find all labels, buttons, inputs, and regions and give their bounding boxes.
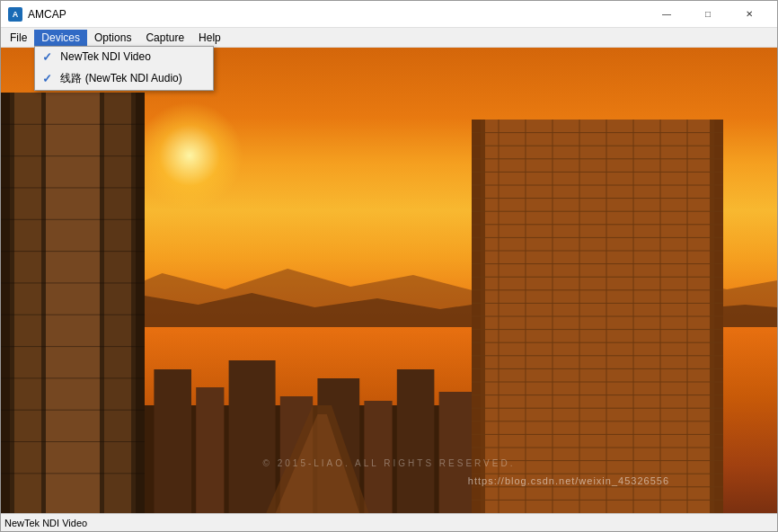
title-bar: A AMCAP — □ ✕ — [1, 1, 777, 28]
svg-rect-66 — [397, 369, 435, 513]
svg-rect-60 — [154, 369, 191, 513]
app-icon: A — [8, 7, 22, 22]
building-right — [472, 120, 723, 513]
watermark-url: https://blog.csdn.net/weixin_45326556 — [468, 475, 669, 486]
checkmark-video: ✓ — [42, 50, 57, 64]
sun-glow — [136, 102, 243, 209]
minimize-button[interactable]: — — [646, 1, 687, 28]
window-title: AMCAP — [28, 8, 646, 21]
checkmark-audio: ✓ — [42, 72, 57, 85]
maximize-button[interactable]: □ — [687, 1, 729, 28]
building-left — [1, 93, 145, 513]
main-content: https://blog.csdn.net/weixin_45326556 © … — [1, 48, 777, 513]
menu-capture[interactable]: Capture — [138, 30, 191, 46]
device-newtek-video[interactable]: ✓ NewTek NDI Video — [35, 47, 213, 67]
svg-rect-61 — [196, 387, 224, 513]
app-window: A AMCAP — □ ✕ File Devices ✓ NewTek NDI … — [0, 0, 778, 532]
svg-rect-65 — [364, 401, 392, 513]
menu-bar: File Devices ✓ NewTek NDI Video ✓ 线路 (Ne… — [1, 28, 777, 48]
devices-dropdown: ✓ NewTek NDI Video ✓ 线路 (NewTek NDI Audi… — [34, 46, 214, 91]
video-display: https://blog.csdn.net/weixin_45326556 © … — [1, 48, 777, 513]
city-mid — [145, 315, 472, 513]
svg-rect-67 — [439, 392, 472, 513]
copyright-watermark: © 2015-LIAO. ALL RIGHTS RESERVED. — [263, 458, 516, 468]
close-button[interactable]: ✕ — [729, 1, 770, 28]
window-controls: — □ ✕ — [646, 1, 770, 28]
device-newtek-audio[interactable]: ✓ 线路 (NewTek NDI Audio) — [35, 67, 213, 90]
menu-options[interactable]: Options — [87, 30, 138, 46]
status-bar: NewTek NDI Video — [1, 513, 777, 531]
menu-file[interactable]: File — [3, 30, 34, 46]
svg-rect-62 — [229, 360, 276, 513]
status-text: NewTek NDI Video — [4, 518, 87, 528]
menu-devices[interactable]: Devices ✓ NewTek NDI Video ✓ 线路 (NewTek … — [34, 30, 87, 46]
menu-help[interactable]: Help — [191, 30, 228, 46]
